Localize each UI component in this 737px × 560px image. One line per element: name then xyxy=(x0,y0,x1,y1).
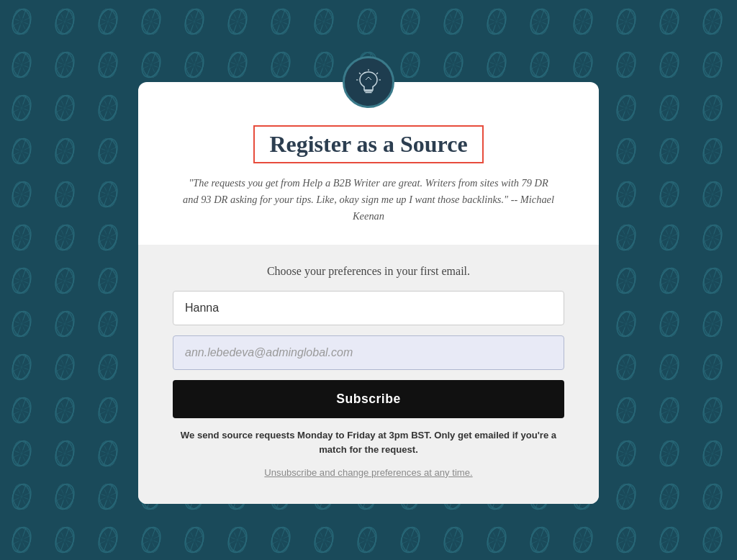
svg-line-13 xyxy=(376,73,378,74)
subscribe-button[interactable]: Subscribe xyxy=(173,380,564,418)
lightbulb-icon xyxy=(354,68,383,96)
send-info-text: We send source requests Monday to Friday… xyxy=(173,428,564,456)
testimonial-quote: "The requests you get from Help a B2B Wr… xyxy=(181,175,556,225)
email-input[interactable] xyxy=(173,335,564,370)
logo-circle xyxy=(343,56,394,108)
modal-card: Register as a Source "The requests you g… xyxy=(138,82,599,504)
modal-title: Register as a Source xyxy=(253,125,483,163)
unsubscribe-link[interactable]: Unsubscribe and change preferences at an… xyxy=(264,467,472,478)
svg-line-7 xyxy=(366,77,368,80)
svg-line-12 xyxy=(359,73,361,74)
modal-bottom-section: Choose your preferences in your first em… xyxy=(138,245,599,503)
modal-container: Register as a Source "The requests you g… xyxy=(138,56,599,504)
svg-line-8 xyxy=(368,77,371,80)
preferences-label: Choose your preferences in your first em… xyxy=(267,265,470,278)
name-input[interactable] xyxy=(173,291,564,325)
modal-top-section: Register as a Source "The requests you g… xyxy=(138,118,599,245)
